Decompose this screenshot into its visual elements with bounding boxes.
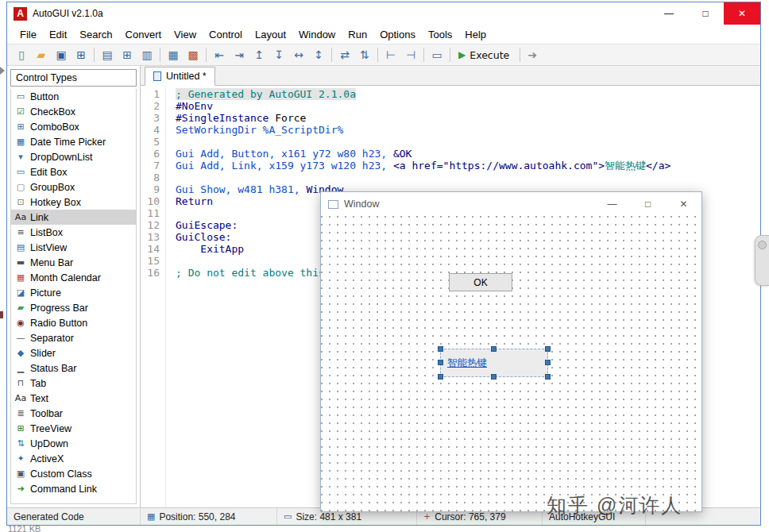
menu-run[interactable]: Run [342,26,373,43]
designer-link[interactable]: 智能热键 [447,357,487,370]
control-type-custom-class[interactable]: ▣Custom Class [11,466,136,481]
resize-handle[interactable] [491,346,497,352]
toolbox-panel-icon[interactable]: ▤ [98,46,117,64]
align-right-icon[interactable]: ⇥ [230,46,249,64]
control-type-date-time-picker[interactable]: ▦Date Time Picker [11,134,136,149]
properties-panel-icon[interactable]: ▥ [137,46,157,64]
toolbar-separator [450,48,450,62]
text-icon: Aa [14,393,27,403]
same-width-icon[interactable]: ⇄ [335,46,354,64]
menu-search[interactable]: Search [73,26,118,43]
minimize-button[interactable]: — [651,2,687,25]
toolbar: ▯▰▣⊞▤⊞▥▦▩⇤⇥↥↧↔↕⇄⇅⊢⊣▭ ▶ Execute ➔ [7,44,760,66]
control-type-listbox[interactable]: ≡ListBox [11,225,136,240]
control-type-radio-button[interactable]: ◉Radio Button [11,315,136,330]
control-type-updown[interactable]: ⇅UpDown [11,436,136,451]
control-type-text[interactable]: AaText [11,391,136,406]
toolbar-icons: ▯▰▣⊞▤⊞▥▦▩⇤⇥↥↧↔↕⇄⇅⊢⊣▭ [12,46,453,64]
line-number: 14 [141,243,160,255]
selected-link-control[interactable]: 智能热键 [440,349,548,377]
control-type-progress-bar[interactable]: ▰Progress Bar [11,300,136,315]
line-number: 6 [141,148,160,160]
designer-maximize-button[interactable]: □ [630,192,666,216]
control-type-command-link[interactable]: ➜Command Link [11,481,136,496]
control-type-menu-bar[interactable]: ▬Menu Bar [11,255,136,270]
fit-to-text-icon[interactable]: ⊢ [381,46,400,64]
center-horizontally-icon[interactable]: ↔ [289,46,308,64]
docked-panel-handle[interactable] [755,235,769,286]
save-all-icon[interactable]: ⊞ [71,46,91,64]
control-type-checkbox[interactable]: ☑CheckBox [11,104,136,119]
insert-control-icon[interactable]: ⊞ [118,46,137,64]
same-height-icon[interactable]: ⇅ [355,46,374,64]
resize-handle[interactable] [545,360,551,365]
line-number: 10 [141,195,160,207]
execute-button[interactable]: ▶ Execute [453,48,517,63]
resize-handle[interactable] [438,360,443,365]
designer-ok-button[interactable]: OK [449,273,512,291]
resize-handle[interactable] [438,374,443,380]
snap-to-grid-icon[interactable]: ▩ [184,46,203,64]
resize-handle[interactable] [545,346,551,352]
control-type-label: TreeView [30,423,71,434]
save-icon[interactable]: ▣ [52,46,71,64]
control-type-label: DropDownList [30,152,93,163]
designer-close-button[interactable]: ✕ [666,192,701,216]
open-script-icon[interactable]: ▰ [32,46,51,64]
resize-handle[interactable] [545,374,551,380]
menu-control[interactable]: Control [203,26,249,43]
control-type-treeview[interactable]: ⊞TreeView [11,421,136,436]
designer-titlebar[interactable]: Window — □ ✕ [321,192,701,216]
control-type-label: Button [30,91,59,102]
control-type-label: Tab [30,378,46,389]
resize-handle[interactable] [438,346,443,352]
control-type-activex[interactable]: ✦ActiveX [11,451,136,466]
fit-to-window-icon[interactable]: ⊣ [401,46,420,64]
resize-handle[interactable] [491,374,497,380]
menu-convert[interactable]: Convert [119,26,168,43]
preview-window-icon[interactable]: ▭ [427,46,446,64]
control-type-groupbox[interactable]: ▢GroupBox [11,179,136,195]
control-type-dropdownlist[interactable]: ▾DropDownList [11,149,136,164]
control-type-month-calendar[interactable]: ▦Month Calendar [11,270,136,285]
hotkeybox-icon: ⊡ [14,197,27,207]
control-type-button[interactable]: ▭Button [11,89,136,104]
new-script-icon[interactable]: ▯ [12,46,31,64]
menu-file[interactable]: File [14,26,43,43]
code-line [176,136,760,148]
control-type-tab[interactable]: ⊓Tab [11,376,136,391]
menu-help[interactable]: Help [458,26,493,43]
align-left-icon[interactable]: ⇤ [210,46,229,64]
toolbar-icon: ≣ [14,408,27,418]
designer-canvas[interactable]: OK 智能热键 [321,216,701,511]
maximize-button[interactable]: □ [687,2,724,25]
control-type-picture[interactable]: ◪Picture [11,285,136,300]
control-type-hotkey-box[interactable]: ⊡Hotkey Box [11,195,136,210]
control-type-status-bar[interactable]: ▁Status Bar [11,360,136,376]
control-type-link[interactable]: AaLink [11,210,136,225]
button-icon: ▭ [14,91,27,102]
designer-minimize-button[interactable]: — [594,192,630,216]
updown-icon: ⇅ [14,438,27,449]
align-bottom-icon[interactable]: ↧ [269,46,288,64]
convert-script-icon[interactable]: ➔ [523,46,542,64]
menu-layout[interactable]: Layout [249,26,292,43]
watermark: 知乎 @河许人 [547,492,682,519]
control-type-label: ListView [30,242,67,253]
grid-icon[interactable]: ▦ [164,46,183,64]
align-top-icon[interactable]: ↥ [249,46,269,64]
menu-edit[interactable]: Edit [43,26,73,43]
menu-options[interactable]: Options [373,26,422,43]
control-type-slider[interactable]: ◆Slider [11,345,136,360]
tab-untitled[interactable]: Untitled * [145,67,215,86]
menu-tools[interactable]: Tools [422,26,458,43]
menu-view[interactable]: View [168,26,203,43]
control-type-combobox[interactable]: ⊞ComboBox [11,119,136,134]
control-type-toolbar[interactable]: ≣Toolbar [11,406,136,421]
close-button[interactable]: ✕ [724,2,760,25]
menu-window[interactable]: Window [292,26,342,43]
center-vertically-icon[interactable]: ↕ [309,46,328,64]
control-type-separator[interactable]: —Separator [11,330,136,345]
control-type-listview[interactable]: ▤ListView [11,240,136,255]
control-type-edit-box[interactable]: ▭Edit Box [11,164,136,179]
